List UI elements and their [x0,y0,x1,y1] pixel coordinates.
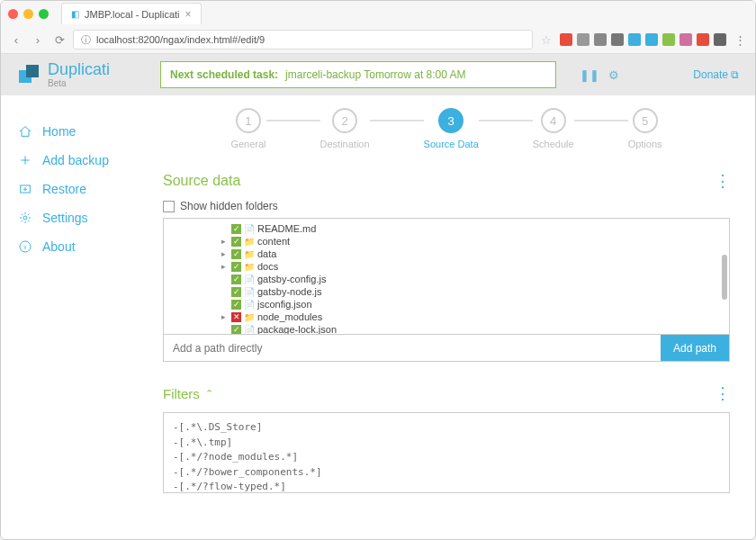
kebab-menu-icon[interactable]: ⋮ [715,383,730,403]
external-link-icon: ⧉ [731,68,739,81]
pause-icon[interactable]: ❚❚ [580,68,599,82]
tree-item-name: README.md [257,223,316,234]
tree-item[interactable]: ✓📄jsconfig.json [164,298,729,310]
step-general[interactable]: 1 General [230,108,266,149]
ext-icon[interactable] [697,33,709,46]
file-icon: 📄 [244,224,255,234]
expand-icon[interactable]: ▸ [221,237,229,246]
tree-item-name: docs [257,261,278,272]
url-field[interactable]: ⓘ localhost:8200/ngax/index.html#/edit/9 [73,30,533,50]
app-logo[interactable]: Duplicati Beta [17,61,110,89]
close-tab-icon[interactable]: × [185,8,192,21]
close-window-icon[interactable] [8,9,18,19]
minimize-window-icon[interactable] [23,9,33,19]
tree-item[interactable]: ▸✓📁content [164,235,729,248]
tree-item-name: gatsby-node.js [257,286,322,297]
step-source-data[interactable]: 3 Source Data [424,108,479,149]
ext-icon[interactable] [680,33,692,46]
app-header: Duplicati Beta Next scheduled task: jmar… [1,54,755,95]
expand-icon[interactable]: ▸ [221,249,229,258]
chevron-up-icon: ⌃ [205,388,213,400]
ext-icon[interactable] [645,33,658,46]
scrollbar-thumb[interactable] [722,255,727,300]
home-icon [17,123,33,140]
tree-item[interactable]: ✓📄README.md [164,222,729,235]
step-label: General [230,139,266,149]
sidebar-item-label: Restore [42,182,86,196]
info-icon: ⓘ [81,33,91,47]
back-icon[interactable]: ‹ [8,32,24,48]
filters-toggle[interactable]: Filters ⌃ [163,386,213,401]
kebab-menu-icon[interactable]: ⋮ [715,171,730,191]
menu-icon[interactable]: ⋮ [732,32,748,48]
sidebar-item-label: Add backup [42,153,109,167]
file-icon: 📄 [244,325,255,335]
tree-item-name: node_modules [257,311,322,322]
tree-checkbox[interactable]: ✓ [231,287,241,297]
info-icon [17,238,33,255]
tree-checkbox[interactable]: ✓ [231,237,241,247]
restore-icon [17,181,33,197]
file-tree[interactable]: ✓📄README.md▸✓📁content▸✓📁data▸✓📁docs✓📄gat… [163,218,730,335]
show-hidden-checkbox[interactable]: Show hidden folders [163,200,730,212]
tree-item[interactable]: ▸✓📁docs [164,260,729,273]
tree-checkbox[interactable]: ✓ [231,262,241,272]
filter-line: -[.*/?flow-typed.*] [173,480,720,493]
tree-item-name: package-lock.json [257,324,337,335]
maximize-window-icon[interactable] [39,9,49,19]
tree-item[interactable]: ✓📄gatsby-config.js [164,273,729,285]
step-connector [266,120,320,122]
ext-icon[interactable] [594,33,607,46]
expand-icon[interactable]: ▸ [221,312,229,321]
step-destination[interactable]: 2 Destination [320,108,370,149]
tree-item[interactable]: ✓📄package-lock.json [164,323,729,335]
url-text: localhost:8200/ngax/index.html#/edit/9 [96,34,265,45]
tab-title: JMBP.local - Duplicati [85,9,180,20]
expand-icon[interactable]: ▸ [221,262,229,271]
ext-icon[interactable] [628,33,641,46]
browser-tab[interactable]: ◧ JMBP.local - Duplicati × [61,3,202,24]
filter-line: -[.*/?bower_components.*] [173,465,720,481]
tree-item-name: gatsby-config.js [257,274,326,284]
throttle-icon[interactable]: ⚙ [608,68,619,82]
sidebar-item-restore[interactable]: Restore [17,175,163,203]
sidebar-item-add-backup[interactable]: Add backup [17,146,163,175]
sidebar-item-label: Home [42,124,76,139]
scheduled-label: Next scheduled task: [170,68,278,81]
step-schedule[interactable]: 4 Schedule [533,108,574,149]
tree-item[interactable]: ▸✓📁data [164,248,729,260]
forward-icon[interactable]: › [30,32,46,48]
tree-checkbox[interactable]: ✓ [231,249,241,259]
app-name: Duplicati [48,61,110,79]
ext-icon[interactable] [611,33,624,46]
ext-icon[interactable] [714,33,726,46]
donate-link[interactable]: Donate ⧉ [693,68,739,81]
tree-checkbox[interactable]: ✓ [231,300,241,310]
tree-checkbox[interactable]: ✓ [231,224,241,234]
filters-textarea[interactable]: -[.*\.DS_Store]-[.*\.tmp]-[.*/?node_modu… [163,412,730,493]
ext-icon[interactable] [560,33,572,46]
tree-item-name: data [257,248,276,259]
tree-checkbox[interactable]: ✕ [231,312,241,322]
sidebar-item-settings[interactable]: Settings [17,203,163,232]
filters-section: Filters ⌃ ⋮ -[.*\.DS_Store]-[.*\.tmp]-[.… [163,383,730,493]
tree-item[interactable]: ▸✕📁node_modules [164,310,729,323]
file-icon: 📄 [244,274,255,284]
reload-icon[interactable]: ⟳ [51,32,68,48]
ext-icon[interactable] [577,33,590,46]
star-icon[interactable]: ☆ [538,32,554,48]
step-options[interactable]: 5 Options [628,108,662,149]
wizard-stepper: 1 General 2 Destination 3 Source Data 4 … [163,108,730,149]
ext-icon[interactable] [662,33,675,46]
tree-checkbox[interactable]: ✓ [231,325,241,335]
sidebar-item-home[interactable]: Home [17,117,163,146]
tree-checkbox[interactable]: ✓ [231,274,241,284]
path-input[interactable] [164,335,661,361]
tree-item[interactable]: ✓📄gatsby-node.js [164,285,729,298]
sidebar-item-about[interactable]: About [17,232,163,261]
checkbox-icon [163,201,175,212]
add-path-button[interactable]: Add path [661,335,729,361]
browser-extensions [560,33,726,46]
tab-favicon: ◧ [71,9,79,19]
step-number: 3 [438,108,464,133]
